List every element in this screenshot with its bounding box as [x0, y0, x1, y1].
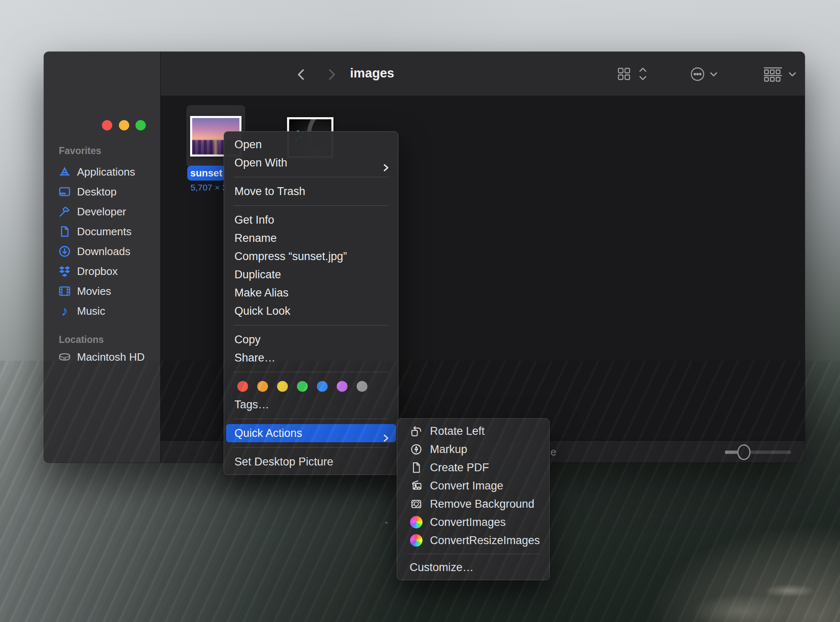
menu-item-quick-look[interactable]: Quick Look: [224, 302, 398, 320]
menu-item-rename[interactable]: Rename: [224, 229, 398, 247]
menu-item-set-desktop-picture[interactable]: Set Desktop Picture: [224, 453, 398, 471]
file-dimensions-label: 5,707 × 3: [191, 183, 227, 193]
zoom-button[interactable]: [135, 120, 146, 130]
sidebar-item-label: Macintosh HD: [77, 351, 145, 364]
tag-orange[interactable]: [257, 381, 268, 392]
submenu-item-label: Remove Background: [430, 498, 534, 511]
create-pdf-icon: [410, 461, 423, 474]
sidebar-item-label: Downloads: [77, 245, 130, 258]
submenu-chevron-icon: [383, 159, 389, 177]
back-button[interactable]: [294, 67, 309, 82]
menu-item-open[interactable]: Open: [224, 135, 398, 154]
submenu-item-create-pdf[interactable]: Create PDF: [397, 458, 549, 477]
submenu-item-remove-background[interactable]: Remove Background: [397, 495, 549, 513]
menu-item-tags[interactable]: Tags…: [224, 395, 398, 414]
window-title: images: [350, 66, 394, 81]
desktop-wallpaper: Favorites Applications Desktop Developer: [0, 0, 840, 622]
tag-purple[interactable]: [337, 381, 348, 392]
more-options-icon[interactable]: [689, 66, 707, 86]
hammer-icon: [58, 205, 72, 219]
grid-view-icon[interactable]: [617, 66, 635, 84]
tag-gray[interactable]: [357, 381, 367, 392]
sidebar: Favorites Applications Desktop Developer: [44, 52, 161, 463]
color-wheel-icon: [410, 534, 423, 547]
sidebar-item-label: Applications: [77, 166, 135, 178]
submenu-item-label: ConvertImages: [430, 516, 506, 529]
convert-image-icon: [410, 479, 423, 492]
tag-red[interactable]: [237, 381, 248, 392]
dropbox-icon: [58, 264, 72, 278]
selected-filename-pill[interactable]: sunset: [187, 166, 225, 181]
sidebar-item-music[interactable]: ♪ Music: [53, 301, 156, 321]
menu-item-share[interactable]: Share…: [224, 349, 398, 367]
film-icon: [58, 284, 72, 298]
sidebar-section-favorites: Favorites: [59, 145, 101, 157]
tag-green[interactable]: [297, 381, 308, 392]
tag-color-row: [224, 377, 398, 395]
markup-icon: [410, 443, 423, 456]
submenu-item-label: Convert Image: [430, 480, 503, 492]
menu-item-open-with[interactable]: Open With: [224, 154, 398, 172]
submenu-item-rotate-left[interactable]: Rotate Left: [397, 422, 549, 440]
toolbar: images: [161, 52, 805, 96]
hard-drive-icon: [58, 350, 72, 364]
sidebar-item-label: Movies: [77, 285, 111, 298]
menu-separator: [408, 554, 538, 554]
minimize-button[interactable]: [119, 120, 129, 130]
sidebar-item-label: Documents: [77, 225, 132, 238]
view-stepper-chevrons-icon[interactable]: [638, 66, 648, 84]
submenu-item-convertresizeimages[interactable]: ConvertResizeImages: [397, 531, 549, 550]
menu-separator: [234, 325, 389, 325]
color-wheel-icon: [410, 516, 423, 529]
tag-blue[interactable]: [317, 381, 328, 392]
sidebar-item-documents[interactable]: Documents: [53, 222, 156, 241]
menu-item-get-info[interactable]: Get Info: [224, 211, 398, 229]
icon-size-slider-track[interactable]: [725, 451, 791, 454]
submenu-item-convert-image[interactable]: Convert Image: [397, 477, 549, 495]
more-options-chevron-icon[interactable]: [708, 71, 719, 81]
sidebar-item-macintosh-hd[interactable]: Macintosh HD: [53, 347, 156, 367]
finder-window: Favorites Applications Desktop Developer: [44, 52, 805, 463]
menu-separator: [234, 419, 389, 419]
appstore-icon: [58, 165, 72, 179]
sidebar-item-label: Developer: [77, 205, 126, 218]
close-button[interactable]: [102, 120, 112, 130]
status-text-fragment: e: [550, 446, 556, 458]
sidebar-item-applications[interactable]: Applications: [53, 162, 156, 182]
menu-item-duplicate[interactable]: Duplicate: [224, 265, 398, 284]
forward-button[interactable]: [324, 67, 339, 82]
sidebar-item-label: Music: [77, 305, 105, 318]
sidebar-item-downloads[interactable]: Downloads: [53, 241, 156, 261]
sidebar-item-label: Desktop: [77, 186, 116, 198]
remove-background-icon: [410, 497, 423, 511]
context-menu: Open Open With Move to Trash Get Info Re…: [224, 131, 398, 475]
menu-item-quick-actions[interactable]: Quick Actions: [226, 424, 396, 442]
sidebar-item-developer[interactable]: Developer: [53, 202, 156, 222]
menu-item-label: Quick Actions: [234, 427, 302, 439]
submenu-item-label: Create PDF: [430, 461, 489, 474]
submenu-item-label: Rotate Left: [430, 425, 485, 438]
rotate-left-icon: [410, 424, 423, 438]
sidebar-item-movies[interactable]: Movies: [53, 281, 156, 301]
menu-item-label: Open With: [234, 157, 287, 169]
icon-size-slider-fill: [725, 451, 743, 454]
sidebar-item-desktop[interactable]: Desktop: [53, 182, 156, 202]
menu-separator: [234, 205, 389, 206]
icon-size-slider-knob[interactable]: [737, 444, 751, 460]
menu-item-make-alias[interactable]: Make Alias: [224, 284, 398, 302]
submenu-item-label: ConvertResizeImages: [430, 534, 540, 547]
menu-item-compress[interactable]: Compress “sunset.jpg”: [224, 247, 398, 265]
menu-separator: [234, 177, 389, 177]
submenu-item-convertimages[interactable]: ConvertImages: [397, 513, 549, 531]
submenu-item-customize[interactable]: Customize…: [397, 558, 549, 576]
sidebar-item-dropbox[interactable]: Dropbox: [53, 261, 156, 281]
music-note-icon: ♪: [58, 304, 72, 318]
submenu-item-markup[interactable]: Markup: [397, 440, 549, 458]
group-by-icon[interactable]: [762, 66, 784, 85]
tag-yellow[interactable]: [277, 381, 288, 392]
menu-item-move-to-trash[interactable]: Move to Trash: [224, 182, 398, 200]
group-by-chevron-icon[interactable]: [787, 71, 798, 81]
sidebar-item-label: Dropbox: [77, 265, 118, 278]
menu-separator: [234, 447, 389, 448]
menu-item-copy[interactable]: Copy: [224, 330, 398, 349]
